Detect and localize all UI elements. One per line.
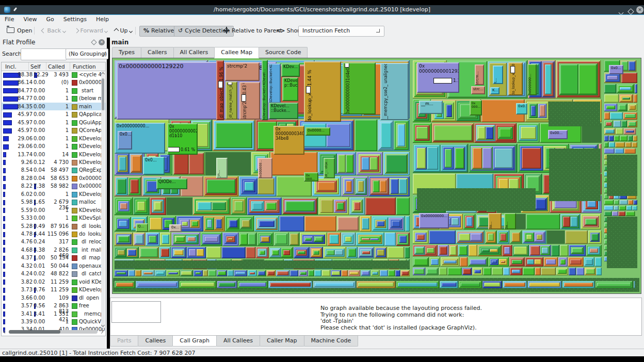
treemap-tile[interactable]: 0x0... <box>143 157 165 175</box>
forward-button[interactable]: Forward <box>71 26 111 36</box>
treemap-tile[interactable]: _dl_name_match_p1.04 % <box>226 81 237 120</box>
table-row[interactable]: 8.540.0458 497QRegExp:: <box>2 166 105 174</box>
table-row[interactable]: 8.280.0458 6530x0000000 <box>2 174 105 182</box>
scrollbar-thumb[interactable] <box>102 78 104 110</box>
table-header[interactable]: Incl.SelfCalledFunction <box>2 62 105 71</box>
treemap-tile[interactable]: _dl_... obje... <box>324 158 335 178</box>
tab-all-callers[interactable]: All Callers <box>173 47 215 58</box>
treemap-tile[interactable]: 0x... <box>169 224 182 232</box>
tab-types[interactable]: Types <box>112 47 141 58</box>
tab-source-code[interactable]: Source Code <box>259 47 308 58</box>
treemap-tile[interactable]: do_lookup_x0.43 % <box>508 62 523 95</box>
grouping-select[interactable]: (No Grouping) <box>66 48 108 59</box>
treemap-tile[interactable]: QIODe... <box>156 178 187 189</box>
treemap-tile[interactable]: do_lookup_x1.44 % <box>304 61 341 122</box>
treemap-tile[interactable]: 0x000000000031d4e01.28 % <box>343 62 376 114</box>
tab-callers[interactable]: Callers <box>141 47 174 58</box>
treemap-tile[interactable]: KDev... <box>281 63 300 77</box>
tab-callees[interactable]: Callees <box>138 336 173 347</box>
treemap-tile[interactable]: _dl_map_object1.96 % <box>216 60 224 120</box>
column-header-function[interactable]: Function <box>73 63 96 70</box>
table-row[interactable]: 84.350.001main <box>2 103 105 110</box>
open-button[interactable]: Open <box>3 26 36 36</box>
treemap-tile[interactable]: KDevel... ::Bucke... <box>269 103 298 119</box>
treemap-tile[interactable]: 0x 00000000002 d1b100.61 % <box>167 123 198 155</box>
treemap-tile[interactable]: KDevelop::Bucket<KDevel... <box>262 60 268 120</box>
horizontal-scrollbar[interactable] <box>3 329 104 334</box>
treemap-tile[interactable]: 0x0... <box>609 65 623 74</box>
menu-item-file[interactable]: File <box>0 15 19 24</box>
treemap-tile[interactable]: Q... <box>136 223 148 232</box>
table-row[interactable]: 3.570.562 863 813free <box>2 302 105 309</box>
treemap-tile[interactable]: 0x000000... <box>527 64 537 95</box>
search-input[interactable] <box>21 48 67 60</box>
treemap-tile[interactable]: __memcpy_sse2_ unaligned1.39 % <box>380 63 409 120</box>
graph-overview-box[interactable] <box>111 301 161 323</box>
menu-item-view[interactable]: View <box>19 15 41 24</box>
treemap-tile[interactable]: KDevelo p::Buc... <box>282 77 298 101</box>
back-button[interactable]: Back <box>38 26 69 36</box>
table-row[interactable]: 45.970.001QApplicati <box>2 110 105 118</box>
tab-parts[interactable]: Parts <box>110 336 138 347</box>
treemap-tile[interactable]: strcmp'20.43 % <box>239 82 260 120</box>
treemap-tile[interactable]: KDevelop::Bucket<KDevelop::Qu... <box>268 63 281 103</box>
table-row[interactable]: 3.413.411 351 421__memcpy <box>2 310 105 318</box>
table-row[interactable]: 5.280.4987 916_dl_lookup <box>2 222 105 230</box>
event-type-select[interactable]: Instruction Fetch <box>298 26 384 37</box>
tab-all-callees[interactable]: All Callees <box>216 336 260 347</box>
treemap-tile[interactable]: strcmp'2 <box>225 62 260 81</box>
treemap-tile[interactable]: 0x 00000000001292201.14 % <box>417 62 459 93</box>
treemap-tile[interactable]: 0x000000... 000461... <box>258 158 272 178</box>
menu-item-go[interactable]: Go <box>42 15 59 24</box>
table-row[interactable]: 4.784.44115 096do_lookup <box>2 230 105 238</box>
table-row[interactable]: 3.820.0211 259void KDev <box>2 278 105 286</box>
treemap-tile[interactable]: 0x0... <box>516 103 527 114</box>
treemap-tile[interactable]: __m... <box>419 101 443 114</box>
table-row[interactable]: 4.320.0150 044openaux <box>2 262 105 270</box>
table-row[interactable]: 5.981.652 679 236malloc <box>2 198 105 206</box>
treemap-tile[interactable]: 0x0... <box>118 131 132 150</box>
column-header-self[interactable]: Self <box>30 63 41 70</box>
menu-item-help[interactable]: Help <box>91 15 114 24</box>
treemap-tile[interactable]: 0x00... <box>548 130 568 139</box>
tab-callee-map[interactable]: Callee Map <box>214 47 259 58</box>
up-button[interactable]: Up <box>111 26 136 36</box>
table-row[interactable]: 9.260.124 730KDevelop:: <box>2 158 105 166</box>
pane-close-icon[interactable]: ✕ <box>99 39 105 45</box>
treemap-tile[interactable]: 0x 00000000340 34be8 <box>273 126 304 155</box>
column-header-called[interactable]: Called <box>48 63 65 70</box>
treemap-tile[interactable]: 0x00000000... <box>419 213 449 228</box>
table-row[interactable]: 4.684.382 826 460_int_mallo <box>2 246 105 254</box>
table-row[interactable]: 45.970.001QCoreAppl <box>2 126 105 134</box>
table-row[interactable]: 4.760.24317_dl_relocat <box>2 238 105 245</box>
table-row[interactable]: 6.020.001KDevelop:: <box>2 190 105 198</box>
relative-toggle[interactable]: %Relative <box>139 26 178 37</box>
title-bar[interactable]: /home/sergobot/Documents/GCI/screenshots… <box>0 5 644 14</box>
table-row[interactable]: 29.060.001KDevelop:: <box>2 142 105 150</box>
table-row[interactable]: 8.227.3858 9820x0000000 <box>2 182 105 190</box>
treemap-tile[interactable]: K... <box>493 65 503 84</box>
table-row[interactable]: 4.240.0248 822_dl_catch_ <box>2 270 105 277</box>
treemap-tile[interactable]: K... <box>490 87 500 94</box>
table-row[interactable]: 98.3812.293 493<cycle 42> <box>2 71 105 78</box>
treemap-tile[interactable]: do... <box>488 213 502 229</box>
treemap-tile[interactable]: 0x 000... <box>304 172 318 182</box>
table-row[interactable]: 86.140.00(0)0x0000000 <box>2 78 105 86</box>
vertical-scrollbar[interactable] <box>101 71 105 328</box>
treemap-tile[interactable]: strcm... <box>475 64 484 85</box>
close-button[interactable]: ✕ <box>636 6 643 13</box>
menu-item-settings[interactable]: Settings <box>59 15 91 24</box>
column-header-incl[interactable]: Incl. <box>5 63 17 70</box>
treemap-tile[interactable]: 0x... <box>504 213 516 229</box>
treemap-tile[interactable]: 0x 000... <box>470 100 482 116</box>
callee-map[interactable]: 0x00000000001292203.82 %_dl_map_object1.… <box>112 58 641 294</box>
table-row[interactable]: 3.730.7611 259KDevelop:: <box>2 286 105 293</box>
table-row[interactable]: 3.660.00109dl_open_w <box>2 294 105 302</box>
treemap-tile[interactable]: _in... <box>216 158 228 178</box>
table-row[interactable]: 13.740.0014KDevelop:: <box>2 151 105 158</box>
tab-caller-map[interactable]: Caller Map <box>260 336 304 347</box>
treemap-tile[interactable]: 0x0000... <box>305 127 330 136</box>
scrollbar-thumb[interactable] <box>9 330 60 334</box>
table-row[interactable]: 84.770.001_start <box>2 87 105 94</box>
treemap-tile[interactable]: strc... <box>471 86 485 94</box>
